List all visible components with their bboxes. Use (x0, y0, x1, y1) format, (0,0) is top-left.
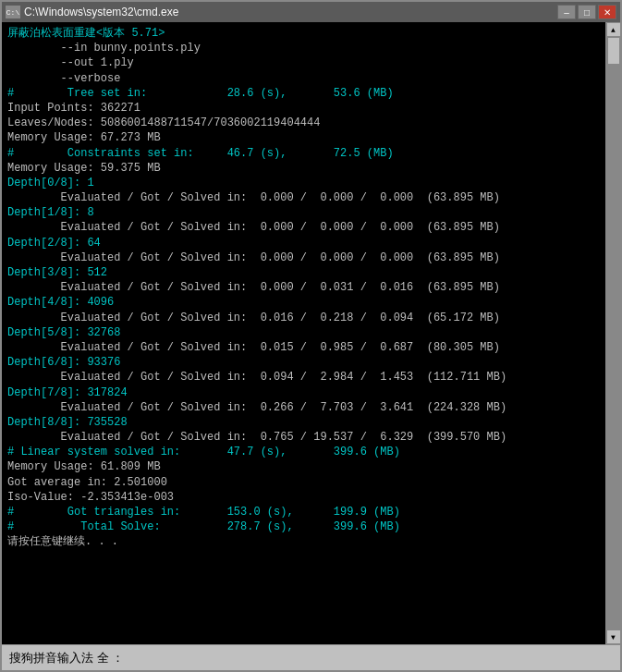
terminal-line: Input Points: 362271 (7, 101, 600, 116)
terminal-line: # Constraints set in: 46.7 (s), 72.5 (MB… (7, 146, 600, 161)
scroll-thumb[interactable] (607, 37, 620, 65)
statusbar: 搜狗拼音输入法 全 ： (2, 644, 620, 670)
terminal-line: 屏蔽泊松表面重建<版本 5.71> (7, 26, 600, 41)
terminal-line: --verbose (7, 71, 600, 86)
ime-status: 搜狗拼音输入法 全 ： (9, 650, 124, 666)
content-wrapper: 屏蔽泊松表面重建<版本 5.71> --in bunny.points.ply … (2, 22, 620, 644)
scrollbar[interactable]: ▲ ▼ (605, 22, 620, 644)
terminal-line: Evaluated / Got / Solved in: 0.000 / 0.0… (7, 280, 600, 295)
terminal-line: Memory Usage: 61.809 MB (7, 459, 600, 474)
terminal-line: Depth[6/8]: 93376 (7, 355, 600, 370)
terminal-line: Iso-Value: -2.353413e-003 (7, 490, 600, 505)
terminal-line: Leaves/Nodes: 5086001488711547/703600211… (7, 116, 600, 130)
terminal-line: Got average in: 2.501000 (7, 475, 600, 490)
terminal-line: Memory Usage: 67.273 MB (7, 130, 600, 145)
scroll-down-button[interactable]: ▼ (606, 629, 621, 644)
terminal-line: Depth[2/8]: 64 (7, 236, 600, 250)
terminal-line: --out 1.ply (7, 55, 600, 70)
terminal-line: 请按任意键继续. . . (7, 534, 600, 549)
window-title: C:\Windows\system32\cmd.exe (24, 6, 178, 18)
terminal-line: Depth[1/8]: 8 (7, 205, 600, 220)
minimize-button[interactable]: – (557, 5, 576, 19)
terminal-line: # Got triangles in: 153.0 (s), 199.9 (MB… (7, 505, 600, 519)
terminal-line: Evaluated / Got / Solved in: 0.094 / 2.9… (7, 370, 600, 385)
terminal-line: --in bunny.points.ply (7, 41, 600, 55)
scroll-track[interactable] (606, 37, 621, 629)
terminal-line: Depth[8/8]: 735528 (7, 415, 600, 430)
close-button[interactable]: ✕ (598, 5, 616, 19)
terminal-line: Evaluated / Got / Solved in: 0.000 / 0.0… (7, 220, 600, 235)
terminal-line: Evaluated / Got / Solved in: 0.000 / 0.0… (7, 250, 600, 265)
terminal-line: Evaluated / Got / Solved in: 0.015 / 0.9… (7, 340, 600, 355)
terminal-line: Evaluated / Got / Solved in: 0.266 / 7.7… (7, 400, 600, 415)
title-bar: C:\ C:\Windows\system32\cmd.exe – □ ✕ (2, 2, 620, 22)
terminal-line: Evaluated / Got / Solved in: 0.016 / 0.2… (7, 311, 600, 325)
terminal-line: # Linear system solved in: 47.7 (s), 399… (7, 445, 600, 459)
terminal-line: Depth[7/8]: 317824 (7, 385, 600, 400)
terminal-line: Evaluated / Got / Solved in: 0.765 / 19.… (7, 430, 600, 445)
cmd-icon: C:\ (6, 6, 20, 18)
title-bar-left: C:\ C:\Windows\system32\cmd.exe (6, 6, 178, 18)
scroll-up-button[interactable]: ▲ (606, 22, 621, 37)
terminal-line: Depth[4/8]: 4096 (7, 295, 600, 310)
terminal-line: Depth[0/8]: 1 (7, 176, 600, 190)
maximize-button[interactable]: □ (578, 5, 596, 19)
terminal-output[interactable]: 屏蔽泊松表面重建<版本 5.71> --in bunny.points.ply … (2, 22, 605, 644)
terminal-line: Evaluated / Got / Solved in: 0.000 / 0.0… (7, 190, 600, 205)
cmd-window: C:\ C:\Windows\system32\cmd.exe – □ ✕ 屏蔽… (0, 0, 622, 672)
terminal-line: Depth[3/8]: 512 (7, 265, 600, 280)
terminal-line: Depth[5/8]: 32768 (7, 325, 600, 340)
terminal-line: # Total Solve: 278.7 (s), 399.6 (MB) (7, 519, 600, 534)
terminal-line: Memory Usage: 59.375 MB (7, 161, 600, 176)
terminal-line: # Tree set in: 28.6 (s), 53.6 (MB) (7, 86, 600, 101)
window-controls: – □ ✕ (557, 5, 616, 19)
